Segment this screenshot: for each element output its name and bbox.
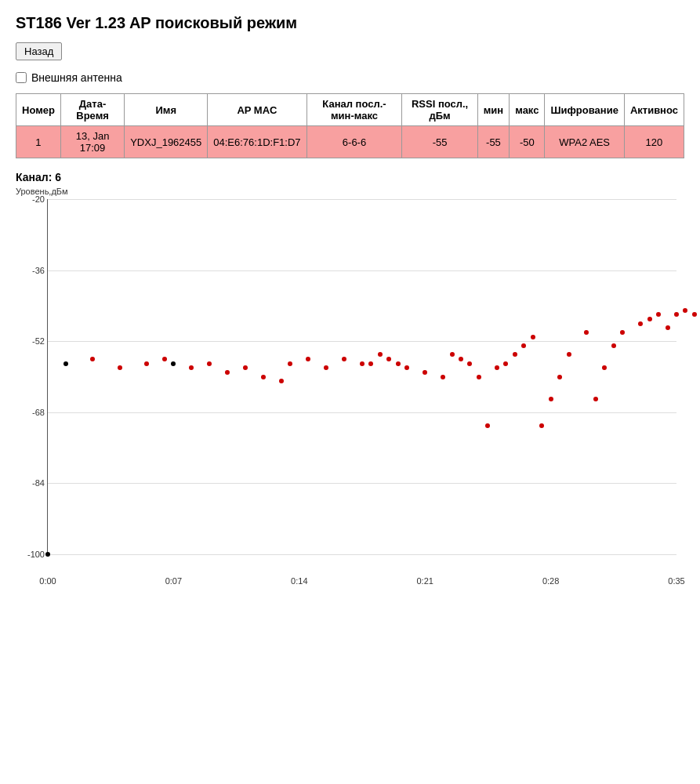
chart-dot xyxy=(404,365,409,370)
chart-dot xyxy=(63,361,68,366)
chart-dot xyxy=(485,423,490,428)
chart-dot xyxy=(396,361,401,366)
chart-dot xyxy=(521,343,526,348)
ap-table: НомерДата-ВремяИмяAP MACКанал посл.-мин-… xyxy=(16,93,684,158)
chart-dot xyxy=(638,321,643,326)
chart-dot xyxy=(144,361,149,366)
chart-dot xyxy=(368,361,373,366)
chart-dot xyxy=(584,330,589,335)
chart-dot xyxy=(666,325,670,330)
chart-dot xyxy=(261,375,266,379)
chart-dot xyxy=(162,357,167,361)
chart-dot xyxy=(360,361,365,366)
chart-dot xyxy=(477,375,481,379)
page-title: ST186 Ver 1.23 AP поисковый режим xyxy=(16,13,684,33)
chart-dot xyxy=(459,357,463,361)
x-label: 0:35 xyxy=(668,576,684,586)
x-label: 0:14 xyxy=(291,576,307,586)
x-label: 0:00 xyxy=(39,576,56,586)
chart-dot xyxy=(503,361,508,366)
x-label: 0:21 xyxy=(416,576,433,586)
chart-dot xyxy=(531,335,535,339)
chart-dot xyxy=(620,330,625,335)
table-row: 113, Jan 17:09YDXJ_196245504:E6:76:1D:F1… xyxy=(16,126,684,158)
chart-area: Уровень,дБм 0:000:070:140:210:280:35 -20… xyxy=(16,187,684,594)
y-label: -20 xyxy=(32,194,45,204)
chart-dot xyxy=(557,375,562,379)
chart-dot xyxy=(683,308,687,313)
chart-dot xyxy=(549,397,553,401)
chart-dot xyxy=(207,361,212,366)
table-header-row: НомерДата-ВремяИмяAP MACКанал посл.-мин-… xyxy=(16,94,684,126)
chart-dot xyxy=(171,361,176,366)
x-label: 0:07 xyxy=(165,576,182,586)
y-label: -52 xyxy=(32,336,45,346)
chart-dot xyxy=(467,361,472,366)
chart-dot xyxy=(495,365,499,370)
y-label: -36 xyxy=(32,266,45,275)
chart-dot xyxy=(378,352,383,357)
chart-dot xyxy=(386,357,391,361)
chart-dot xyxy=(45,552,50,557)
chart-dot xyxy=(656,312,661,317)
chart-dot xyxy=(647,317,652,321)
chart-dot xyxy=(189,365,194,370)
chart-dot xyxy=(674,312,679,317)
chart-dot xyxy=(225,370,230,375)
antenna-label: Внешняя антенна xyxy=(31,71,122,84)
chart-dot xyxy=(306,357,310,361)
chart-dot xyxy=(90,357,95,361)
chart-dot xyxy=(324,365,328,370)
chart-dot xyxy=(513,352,517,357)
chart-dot xyxy=(118,365,122,370)
chart-dot xyxy=(450,352,455,357)
chart-inner: 0:000:070:140:210:280:35 -20-36-52-68-84… xyxy=(47,199,676,555)
chart-dot xyxy=(441,375,445,379)
chart-dot xyxy=(602,365,607,370)
y-label: -100 xyxy=(27,550,45,559)
chart-dot xyxy=(342,357,346,361)
channel-label: Канал: 6 xyxy=(16,171,684,183)
x-label: 0:28 xyxy=(542,576,559,586)
chart-dot xyxy=(539,423,544,428)
back-button[interactable]: Назад xyxy=(16,42,62,60)
y-label: -68 xyxy=(32,408,45,417)
antenna-checkbox[interactable] xyxy=(16,72,27,83)
chart-dot xyxy=(692,312,697,317)
chart-dot xyxy=(288,361,292,366)
chart-dot xyxy=(243,365,248,370)
chart-dot xyxy=(611,343,616,348)
chart-dot xyxy=(567,352,571,357)
chart-dot xyxy=(593,397,598,401)
chart-dot xyxy=(279,379,284,383)
chart-dot xyxy=(423,370,427,375)
y-label: -84 xyxy=(32,478,45,488)
